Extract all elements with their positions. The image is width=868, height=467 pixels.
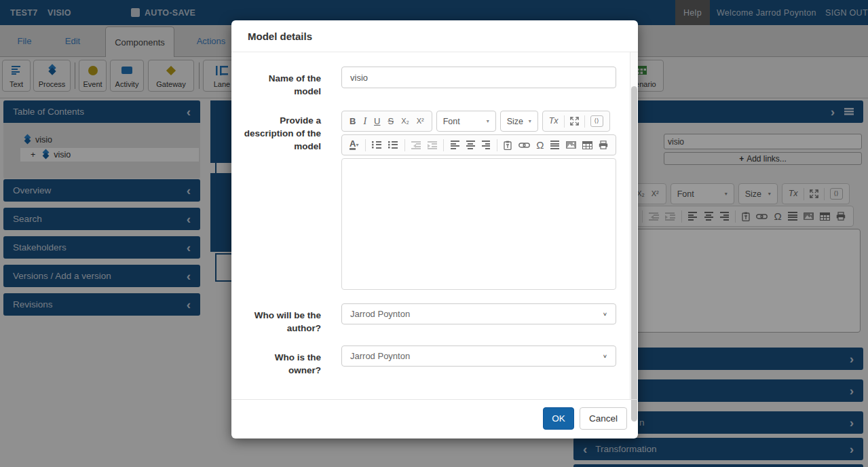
description-editor-area[interactable]: [341, 158, 616, 290]
model-details-dialog: Model details Name of the model visio Pr…: [231, 20, 638, 438]
strikethrough-icon[interactable]: S: [388, 117, 394, 126]
author-label: Who will be the author?: [252, 309, 321, 335]
maximize-icon[interactable]: [570, 117, 579, 126]
owner-select[interactable]: Jarrod Poynton ∨: [341, 345, 616, 367]
editor-toolbar-row2: A▾ Ω: [341, 134, 616, 155]
bold-icon[interactable]: B: [350, 117, 356, 126]
modal-scrollbar-thumb[interactable]: [631, 86, 637, 422]
horizontal-rule-icon[interactable]: [550, 141, 559, 149]
author-select[interactable]: Jarrod Poynton ∨: [341, 303, 616, 324]
link-icon[interactable]: [518, 142, 530, 149]
indent-icon[interactable]: [428, 141, 437, 149]
special-char-icon[interactable]: Ω: [536, 140, 544, 150]
app-window: TEST7 VISIO AUTO-SAVE Help Welcome Jarro…: [0, 0, 868, 467]
ordered-list-icon[interactable]: [372, 141, 381, 149]
source-icon[interactable]: ⟨⟩: [590, 115, 603, 127]
align-right-icon[interactable]: [481, 141, 490, 149]
align-left-icon[interactable]: [451, 141, 459, 149]
font-dropdown[interactable]: Font ▾: [436, 111, 496, 132]
underline-icon[interactable]: U: [374, 117, 380, 126]
description-label: Provide a description of the model: [241, 114, 321, 153]
image-icon[interactable]: [566, 141, 576, 149]
chevron-down-icon: ∨: [603, 353, 607, 358]
model-name-input[interactable]: visio: [341, 67, 616, 88]
caret-down-icon: ▾: [487, 118, 489, 124]
dialog-title: Model details: [231, 20, 638, 52]
clear-format-icon[interactable]: Tx: [549, 117, 559, 126]
align-center-icon[interactable]: [466, 141, 474, 149]
dialog-footer: OK Cancel: [231, 399, 638, 438]
table-icon[interactable]: [582, 141, 592, 149]
cancel-button[interactable]: Cancel: [580, 407, 627, 430]
text-color-icon[interactable]: A▾: [350, 140, 358, 150]
outdent-icon[interactable]: [411, 141, 421, 149]
caret-down-icon: ▾: [529, 118, 531, 124]
modal-scrollbar[interactable]: [630, 52, 638, 399]
unordered-list-icon[interactable]: [388, 141, 398, 149]
superscript-icon[interactable]: X²: [417, 117, 424, 125]
owner-label: Who is the owner?: [252, 351, 321, 377]
size-dropdown[interactable]: Size ▾: [500, 111, 538, 132]
editor-toolbar-row1: B I U S X₂ X² Font ▾ Size ▾ Tx ⟨⟩: [341, 111, 610, 132]
ok-button[interactable]: OK: [543, 407, 574, 430]
chevron-down-icon: ∨: [603, 311, 607, 316]
print-icon[interactable]: [599, 141, 608, 149]
name-label: Name of the model: [252, 72, 321, 98]
italic-icon[interactable]: I: [363, 117, 366, 126]
subscript-icon[interactable]: X₂: [401, 117, 409, 125]
paste-icon[interactable]: [504, 141, 512, 150]
